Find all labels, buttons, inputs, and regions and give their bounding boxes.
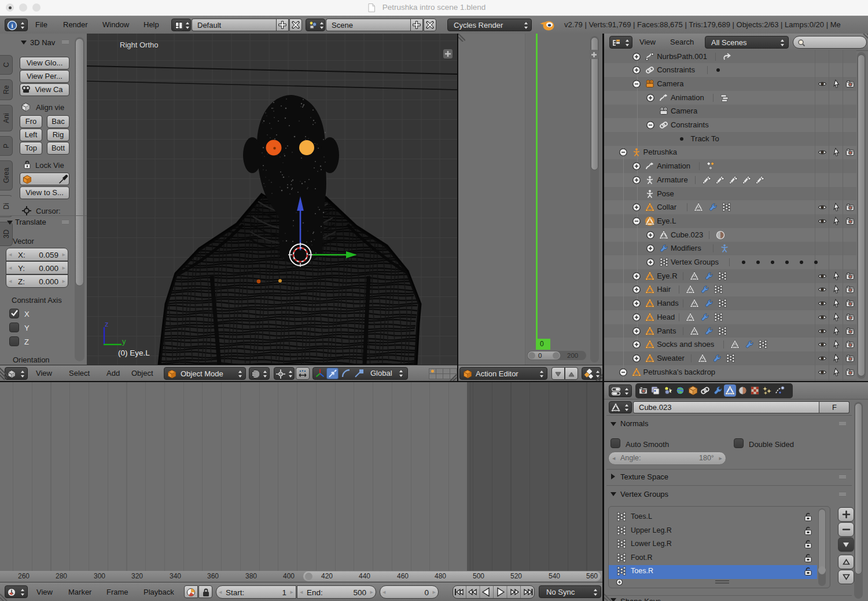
svg-text:z: z [105, 320, 109, 328]
svg-text:i: i [11, 22, 13, 29]
svg-text:(0) Eye.L: (0) Eye.L [118, 349, 150, 357]
svg-text:y: y [122, 337, 126, 346]
svg-text:Right Ortho: Right Ortho [120, 41, 158, 49]
